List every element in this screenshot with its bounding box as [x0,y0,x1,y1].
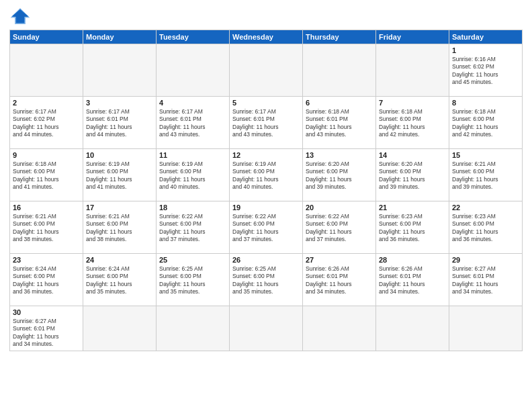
calendar-day-cell [376,306,449,351]
calendar-day-cell [157,306,230,351]
calendar-day-cell: 22Sunrise: 6:23 AM Sunset: 6:00 PM Dayli… [449,201,523,254]
day-number: 6 [306,99,373,107]
day-info: Sunrise: 6:25 AM Sunset: 6:00 PM Dayligh… [159,265,226,296]
day-info: Sunrise: 6:27 AM Sunset: 6:01 PM Dayligh… [452,265,519,296]
calendar-day-cell: 24Sunrise: 6:24 AM Sunset: 6:00 PM Dayli… [83,254,157,306]
day-info: Sunrise: 6:25 AM Sunset: 6:00 PM Dayligh… [232,265,300,296]
calendar-day-cell: 23Sunrise: 6:24 AM Sunset: 6:00 PM Dayli… [10,254,83,306]
calendar-day-cell: 11Sunrise: 6:19 AM Sunset: 6:00 PM Dayli… [157,149,230,201]
day-info: Sunrise: 6:24 AM Sunset: 6:00 PM Dayligh… [86,265,153,296]
day-info: Sunrise: 6:19 AM Sunset: 6:00 PM Dayligh… [232,161,300,191]
calendar-day-cell [157,44,230,97]
day-info: Sunrise: 6:18 AM Sunset: 6:00 PM Dayligh… [379,108,446,139]
calendar-day-cell: 30Sunrise: 6:27 AM Sunset: 6:01 PM Dayli… [10,306,83,351]
day-number: 30 [13,308,80,316]
day-info: Sunrise: 6:17 AM Sunset: 6:01 PM Dayligh… [86,108,153,139]
calendar-day-cell: 25Sunrise: 6:25 AM Sunset: 6:00 PM Dayli… [157,254,230,306]
weekday-header: Monday [83,30,157,44]
day-number: 5 [232,99,300,107]
weekday-header: Saturday [449,30,523,44]
calendar-day-cell: 5Sunrise: 6:17 AM Sunset: 6:01 PM Daylig… [230,97,303,149]
day-number: 7 [379,99,446,107]
day-number: 8 [452,99,519,107]
day-info: Sunrise: 6:17 AM Sunset: 6:01 PM Dayligh… [232,108,300,139]
calendar-day-cell [230,306,303,351]
day-number: 13 [306,151,373,159]
weekday-header: Tuesday [157,30,230,44]
calendar-day-cell [83,306,157,351]
day-info: Sunrise: 6:19 AM Sunset: 6:00 PM Dayligh… [86,161,153,191]
calendar-day-cell: 9Sunrise: 6:18 AM Sunset: 6:00 PM Daylig… [10,149,83,201]
day-number: 12 [232,151,300,159]
weekday-header: Sunday [10,30,83,44]
day-info: Sunrise: 6:21 AM Sunset: 6:00 PM Dayligh… [452,161,519,191]
day-info: Sunrise: 6:26 AM Sunset: 6:01 PM Dayligh… [379,265,446,296]
weekday-header: Thursday [303,30,376,44]
calendar-week-row: 23Sunrise: 6:24 AM Sunset: 6:00 PM Dayli… [10,254,523,306]
weekday-header: Friday [376,30,449,44]
calendar-day-cell: 17Sunrise: 6:21 AM Sunset: 6:00 PM Dayli… [83,201,157,254]
calendar-day-cell: 6Sunrise: 6:18 AM Sunset: 6:01 PM Daylig… [303,97,376,149]
header [9,7,523,26]
calendar-week-row: 16Sunrise: 6:21 AM Sunset: 6:00 PM Dayli… [10,201,523,254]
calendar-day-cell [449,306,523,351]
day-info: Sunrise: 6:22 AM Sunset: 6:00 PM Dayligh… [306,213,373,244]
day-info: Sunrise: 6:18 AM Sunset: 6:00 PM Dayligh… [452,108,519,139]
day-number: 19 [232,203,300,212]
calendar-week-row: 2Sunrise: 6:17 AM Sunset: 6:02 PM Daylig… [10,97,523,149]
calendar-day-cell: 15Sunrise: 6:21 AM Sunset: 6:00 PM Dayli… [449,149,523,201]
calendar-day-cell: 10Sunrise: 6:19 AM Sunset: 6:00 PM Dayli… [83,149,157,201]
calendar-day-cell [83,44,157,97]
day-info: Sunrise: 6:21 AM Sunset: 6:00 PM Dayligh… [86,213,153,244]
calendar-day-cell: 12Sunrise: 6:19 AM Sunset: 6:00 PM Dayli… [230,149,303,201]
calendar-day-cell [376,44,449,97]
calendar-header-row: SundayMondayTuesdayWednesdayThursdayFrid… [10,30,523,44]
day-number: 15 [452,151,519,159]
calendar-day-cell: 19Sunrise: 6:22 AM Sunset: 6:00 PM Dayli… [230,201,303,254]
day-number: 17 [86,203,153,212]
logo-icon [9,7,31,26]
day-info: Sunrise: 6:23 AM Sunset: 6:00 PM Dayligh… [379,213,446,244]
day-number: 3 [86,99,153,107]
day-number: 14 [379,151,446,159]
calendar-day-cell [230,44,303,97]
day-info: Sunrise: 6:18 AM Sunset: 6:00 PM Dayligh… [13,161,80,191]
calendar-day-cell [10,44,83,97]
calendar-day-cell: 21Sunrise: 6:23 AM Sunset: 6:00 PM Dayli… [376,201,449,254]
calendar-day-cell: 8Sunrise: 6:18 AM Sunset: 6:00 PM Daylig… [449,97,523,149]
calendar-day-cell: 4Sunrise: 6:17 AM Sunset: 6:01 PM Daylig… [157,97,230,149]
calendar-day-cell: 27Sunrise: 6:26 AM Sunset: 6:01 PM Dayli… [303,254,376,306]
day-info: Sunrise: 6:26 AM Sunset: 6:01 PM Dayligh… [306,265,373,296]
day-info: Sunrise: 6:17 AM Sunset: 6:02 PM Dayligh… [13,108,80,139]
day-info: Sunrise: 6:18 AM Sunset: 6:01 PM Dayligh… [306,108,373,139]
day-number: 18 [159,203,226,212]
calendar-day-cell: 26Sunrise: 6:25 AM Sunset: 6:00 PM Dayli… [230,254,303,306]
day-info: Sunrise: 6:21 AM Sunset: 6:00 PM Dayligh… [13,213,80,244]
day-info: Sunrise: 6:22 AM Sunset: 6:00 PM Dayligh… [232,213,300,244]
day-info: Sunrise: 6:23 AM Sunset: 6:00 PM Dayligh… [452,213,519,244]
calendar-day-cell: 18Sunrise: 6:22 AM Sunset: 6:00 PM Dayli… [157,201,230,254]
calendar-day-cell: 7Sunrise: 6:18 AM Sunset: 6:00 PM Daylig… [376,97,449,149]
day-number: 23 [13,256,80,264]
day-number: 29 [452,256,519,264]
day-info: Sunrise: 6:27 AM Sunset: 6:01 PM Dayligh… [13,318,80,349]
calendar-week-row: 1Sunrise: 6:16 AM Sunset: 6:02 PM Daylig… [10,44,523,97]
calendar: SundayMondayTuesdayWednesdayThursdayFrid… [9,30,523,351]
day-number: 26 [232,256,300,264]
day-number: 2 [13,99,80,107]
day-info: Sunrise: 6:20 AM Sunset: 6:00 PM Dayligh… [379,161,446,191]
calendar-day-cell: 1Sunrise: 6:16 AM Sunset: 6:02 PM Daylig… [449,44,523,97]
day-number: 1 [452,46,519,54]
calendar-day-cell: 28Sunrise: 6:26 AM Sunset: 6:01 PM Dayli… [376,254,449,306]
logo [9,7,34,26]
calendar-day-cell [303,306,376,351]
page: SundayMondayTuesdayWednesdayThursdayFrid… [0,0,532,411]
day-number: 10 [86,151,153,159]
day-info: Sunrise: 6:16 AM Sunset: 6:02 PM Dayligh… [452,56,519,87]
day-number: 9 [13,151,80,159]
day-number: 11 [159,151,226,159]
calendar-day-cell: 13Sunrise: 6:20 AM Sunset: 6:00 PM Dayli… [303,149,376,201]
calendar-day-cell: 3Sunrise: 6:17 AM Sunset: 6:01 PM Daylig… [83,97,157,149]
day-number: 28 [379,256,446,264]
day-number: 4 [159,99,226,107]
